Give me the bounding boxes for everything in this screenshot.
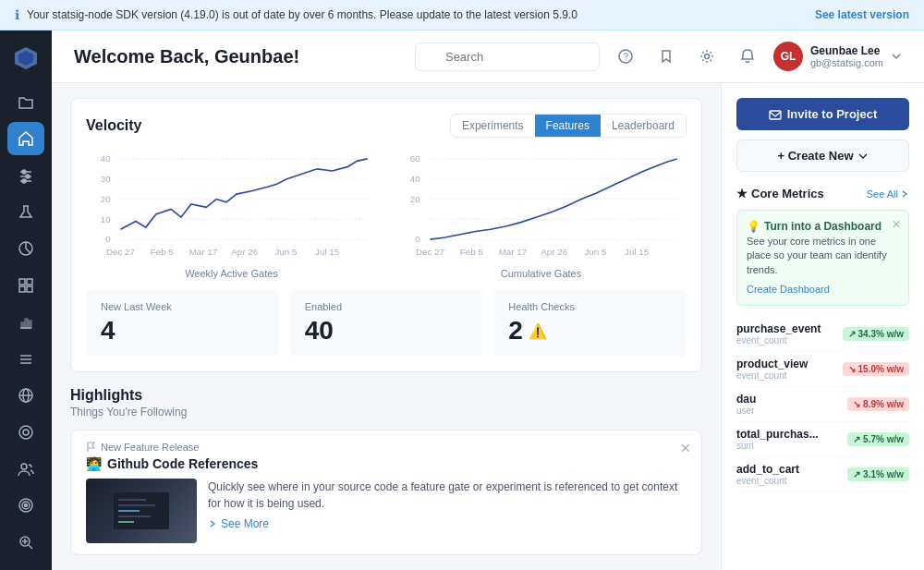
svg-point-24 xyxy=(23,430,29,435)
see-latest-link[interactable]: See latest version xyxy=(815,8,909,21)
logo-icon[interactable] xyxy=(7,42,44,75)
sidebar-item-globe[interactable] xyxy=(7,379,44,412)
highlight-text-area: Quickly see where in your source code a … xyxy=(208,479,687,543)
banner-text: Your statsig-node SDK version (4.19.0) i… xyxy=(27,8,578,21)
invite-to-project-button[interactable]: Invite to Project xyxy=(736,98,909,130)
core-metrics-header: ★ Core Metrics See All xyxy=(736,187,909,200)
metric-info: total_purchas... sum xyxy=(736,428,819,451)
bookmark-button[interactable] xyxy=(651,42,681,71)
svg-text:?: ? xyxy=(623,52,628,62)
svg-text:20: 20 xyxy=(101,194,111,204)
content-area: Welcome Back, Geunbae! ? xyxy=(52,30,924,570)
sidebar-item-grid[interactable] xyxy=(7,269,44,302)
tab-experiments[interactable]: Experiments xyxy=(451,115,535,137)
sidebar-item-circle[interactable] xyxy=(7,416,44,449)
app-container: ℹ Your statsig-node SDK version (4.19.0)… xyxy=(0,0,924,570)
create-dashboard-link[interactable]: Create Dashboard xyxy=(747,284,830,295)
sidebar-item-search-detail[interactable] xyxy=(7,526,44,559)
velocity-header: Velocity Experiments Features Leaderboar… xyxy=(86,114,687,138)
sidebar-item-target[interactable] xyxy=(7,490,44,523)
svg-point-28 xyxy=(25,504,28,507)
thumbnail-inner xyxy=(86,479,197,543)
dashboard-banner-text: See your core metrics in one place so yo… xyxy=(747,235,899,277)
svg-text:0: 0 xyxy=(415,234,420,244)
see-more-link[interactable]: See More xyxy=(208,517,687,530)
chevron-right-small-icon xyxy=(900,189,909,199)
highlights-section: Highlights Things You're Following New F… xyxy=(70,387,702,555)
mail-icon xyxy=(769,108,782,121)
metric-info: product_view event_count xyxy=(736,358,808,381)
chart1-label: Weekly Active Gates xyxy=(86,268,377,279)
svg-point-25 xyxy=(21,464,27,469)
stats-row: New Last Week 4 Enabled 40 Health Checks xyxy=(86,290,687,357)
update-banner: ℹ Your statsig-node SDK version (4.19.0)… xyxy=(0,0,924,30)
stat-new-last-week: New Last Week 4 xyxy=(86,290,279,357)
svg-rect-10 xyxy=(27,279,32,285)
chevron-down-icon xyxy=(857,151,869,162)
see-all-link[interactable]: See All xyxy=(867,188,909,200)
tab-leaderboard[interactable]: Leaderboard xyxy=(601,115,686,137)
highlight-card: New Feature Release 🧑‍💻 Github Code Refe… xyxy=(70,430,702,555)
svg-text:20: 20 xyxy=(410,194,420,204)
highlight-title: 🧑‍💻 Github Code References xyxy=(86,456,687,471)
highlight-tag: New Feature Release xyxy=(86,442,687,453)
stat-label-enabled: Enabled xyxy=(305,301,468,312)
sidebar-item-home[interactable] xyxy=(7,122,44,155)
weekly-active-gates-chart: 40 30 20 10 0 Dec 27 Feb 5 Mar 17 Apr xyxy=(86,149,377,279)
metric-row-purchase-event[interactable]: purchase_event event_count ↗ 34.3% w/w xyxy=(736,317,909,352)
sidebar-item-pie[interactable] xyxy=(7,233,44,266)
svg-text:Feb 5: Feb 5 xyxy=(151,247,175,257)
svg-rect-11 xyxy=(19,286,25,292)
sidebar-item-bar-chart[interactable] xyxy=(7,306,44,339)
svg-point-3 xyxy=(22,170,26,174)
metric-row-add-to-cart[interactable]: add_to_cart event_count ↗ 3.1% w/w xyxy=(736,457,909,492)
core-metrics-title: ★ Core Metrics xyxy=(736,187,824,200)
metric-info: purchase_event event_count xyxy=(736,322,821,346)
info-icon: ℹ xyxy=(15,7,19,22)
highlight-close-button[interactable]: ✕ xyxy=(680,441,691,455)
stat-warning-row: 2 ⚠️ xyxy=(508,316,672,346)
svg-line-30 xyxy=(29,545,32,549)
svg-rect-9 xyxy=(19,279,25,285)
weekly-chart-svg: 40 30 20 10 0 Dec 27 Feb 5 Mar 17 Apr xyxy=(86,149,377,260)
stat-value-new: 4 xyxy=(101,316,264,346)
search-wrapper xyxy=(415,42,600,71)
svg-text:10: 10 xyxy=(101,214,111,224)
tab-features[interactable]: Features xyxy=(535,115,601,137)
help-button[interactable]: ? xyxy=(611,42,640,71)
settings-button[interactable] xyxy=(692,42,722,71)
sidebar-item-list[interactable] xyxy=(7,343,44,376)
svg-point-7 xyxy=(22,179,26,183)
svg-point-23 xyxy=(19,426,32,439)
stat-health-checks: Health Checks 2 ⚠️ xyxy=(493,290,687,357)
svg-text:Jun 5: Jun 5 xyxy=(584,247,607,257)
metric-info: dau user xyxy=(736,393,756,416)
metric-badge-3: ↗ 5.7% w/w xyxy=(847,432,909,446)
metric-row-dau[interactable]: dau user ↘ 8.9% w/w xyxy=(736,387,909,422)
metric-row-product-view[interactable]: product_view event_count ↘ 15.0% w/w xyxy=(736,352,909,387)
velocity-card: Velocity Experiments Features Leaderboar… xyxy=(70,98,702,372)
svg-text:Jul 15: Jul 15 xyxy=(315,247,340,257)
user-menu[interactable]: GL Geunbae Lee gb@statsig.com xyxy=(773,42,902,71)
sidebar-item-folder[interactable] xyxy=(7,86,44,119)
sidebar-item-sliders[interactable] xyxy=(7,159,44,192)
charts-row: 40 30 20 10 0 Dec 27 Feb 5 Mar 17 Apr xyxy=(86,149,687,279)
highlight-body: Quickly see where in your source code a … xyxy=(86,479,687,543)
cumulative-gates-chart: 60 40 20 0 Dec 27 Feb 5 Mar 17 Apr 2 xyxy=(395,149,687,279)
sidebar xyxy=(0,30,52,570)
search-input[interactable] xyxy=(415,42,600,71)
header: Welcome Back, Geunbae! ? xyxy=(52,30,924,83)
header-actions: ? xyxy=(415,42,902,71)
svg-text:0: 0 xyxy=(105,234,111,244)
dashboard-banner-close[interactable]: ✕ xyxy=(892,218,901,231)
warning-icon: ⚠️ xyxy=(529,322,547,340)
sidebar-item-flask[interactable] xyxy=(7,196,44,229)
sidebar-item-users[interactable] xyxy=(7,453,44,486)
notifications-button[interactable] xyxy=(733,42,762,71)
svg-rect-14 xyxy=(21,322,24,328)
metric-row-total-purchase[interactable]: total_purchas... sum ↗ 5.7% w/w xyxy=(736,422,909,457)
create-new-button[interactable]: + Create New xyxy=(736,139,909,172)
metric-badge-0: ↗ 34.3% w/w xyxy=(843,327,909,341)
flag-icon xyxy=(86,442,97,453)
svg-text:60: 60 xyxy=(410,153,420,164)
